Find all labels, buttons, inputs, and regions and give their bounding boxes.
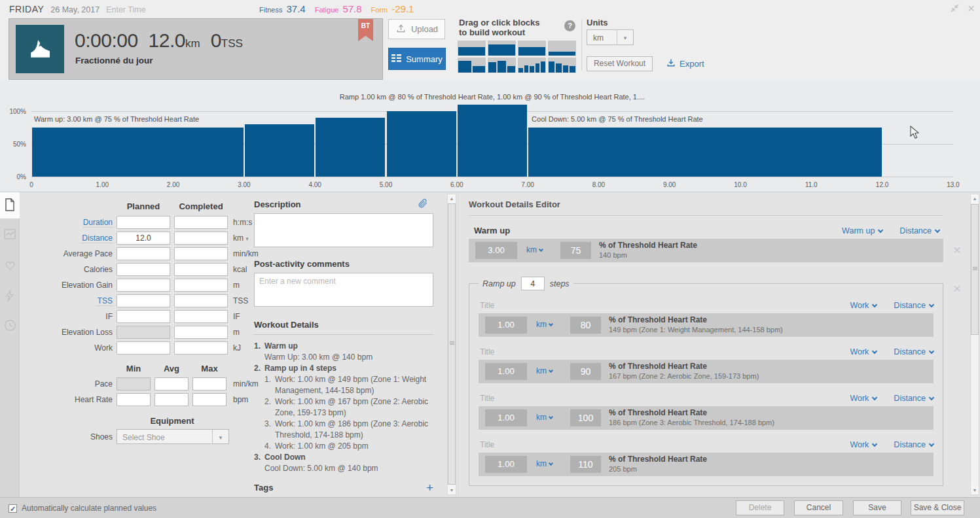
warmup-type-dropdown[interactable]: Warm up (842, 226, 882, 235)
workout-segment-bar[interactable] (458, 105, 527, 177)
workout-segment-bar[interactable] (528, 128, 882, 177)
upload-button[interactable]: Upload (388, 19, 445, 39)
auto-calculate-checkbox[interactable]: ✓ (9, 504, 17, 513)
workout-block-template[interactable] (518, 41, 546, 56)
distance-completed-input[interactable] (174, 232, 228, 245)
scrollbar-thumb[interactable] (971, 204, 979, 335)
scroll-up-icon[interactable]: ▲ (971, 194, 979, 203)
calories-planned-input[interactable] (117, 263, 170, 276)
distance-planned-input[interactable] (117, 232, 170, 245)
units-select[interactable]: km ▾ (587, 29, 634, 45)
step-intensity-input[interactable]: 90 (570, 363, 601, 380)
warmup-intensity-input[interactable]: 75 (560, 242, 591, 259)
step-intensity-input[interactable]: 110 (570, 456, 601, 473)
workout-title[interactable]: Fractionné du jour (75, 56, 153, 65)
cancel-button[interactable]: Cancel (794, 500, 843, 515)
step-title-input[interactable]: Title (480, 440, 494, 449)
scrollbar-thumb[interactable] (448, 203, 456, 485)
description-input[interactable] (254, 213, 433, 247)
save-button[interactable]: Save (853, 500, 901, 515)
warmup-value-input[interactable]: 3.00 (475, 242, 517, 259)
duration-completed-input[interactable] (174, 216, 228, 229)
calories-completed-input[interactable] (174, 263, 228, 276)
workout-block-template[interactable] (488, 41, 516, 56)
elevation-gain-planned-input[interactable] (117, 279, 170, 292)
step-title-input[interactable]: Title (480, 301, 494, 310)
close-icon[interactable]: × (968, 4, 975, 13)
tss-planned-input[interactable] (117, 294, 170, 307)
workout-block-template[interactable] (548, 41, 576, 56)
heart-rate-max-input[interactable] (192, 393, 227, 406)
heart-rate-avg-input[interactable] (154, 393, 189, 406)
workout-block-template[interactable] (548, 58, 576, 73)
tss-completed-input[interactable] (174, 294, 228, 307)
elevation-loss-completed-input[interactable] (174, 326, 228, 339)
step-type-dropdown[interactable]: Work (850, 347, 877, 356)
help-icon[interactable]: ? (564, 20, 575, 31)
delete-button[interactable]: Delete (736, 500, 784, 515)
average-pace-completed-input[interactable] (174, 247, 228, 260)
pace-avg-input[interactable] (154, 377, 189, 390)
attachment-icon[interactable] (417, 198, 428, 211)
ramp-steps-input[interactable] (521, 277, 545, 290)
step-intensity-input[interactable]: 100 (570, 409, 601, 426)
tab-heart-rate[interactable] (4, 259, 16, 271)
step-unit-dropdown[interactable]: km (536, 366, 553, 375)
save-close-button[interactable]: Save & Close (911, 500, 964, 515)
workout-block-template[interactable] (458, 41, 486, 56)
duration-label[interactable]: Duration (20, 218, 113, 227)
scroll-up-icon[interactable]: ▲ (448, 194, 456, 203)
workout-segment-bar[interactable] (245, 124, 314, 177)
step-value-input[interactable]: 1.00 (485, 456, 527, 473)
average-pace-planned-input[interactable] (117, 247, 170, 260)
workout-block-template[interactable] (488, 58, 516, 73)
reset-workout-button[interactable]: Reset Workout (587, 56, 653, 71)
heart-rate-min-input[interactable] (117, 393, 151, 406)
step-mode-dropdown[interactable]: Distance (894, 301, 934, 310)
tab-summary-page[interactable] (0, 192, 20, 218)
duration-planned-input[interactable] (117, 216, 170, 229)
editor-panel-scrollbar[interactable]: ▲ ▼ (970, 194, 979, 495)
if-planned-input[interactable] (117, 310, 170, 323)
workout-segment-bar[interactable] (316, 118, 385, 177)
step-unit-dropdown[interactable]: km (536, 320, 553, 329)
step-title-input[interactable]: Title (480, 394, 494, 403)
step-mode-dropdown[interactable]: Distance (894, 347, 934, 356)
work-completed-input[interactable] (174, 341, 228, 354)
step-unit-dropdown[interactable]: km (536, 413, 553, 422)
step-type-dropdown[interactable]: Work (850, 394, 877, 403)
work-planned-input[interactable] (117, 341, 170, 354)
tss-label[interactable]: TSS (20, 296, 113, 305)
middle-panel-scrollbar[interactable]: ▲ ▼ (447, 194, 456, 495)
enter-time-link[interactable]: Enter Time (106, 5, 145, 14)
workout-segment-bar[interactable] (387, 111, 456, 177)
export-button[interactable]: Export (666, 58, 704, 70)
collapse-icon[interactable] (950, 3, 960, 13)
step-title-input[interactable]: Title (480, 347, 494, 356)
step-type-dropdown[interactable]: Work (850, 440, 877, 449)
step-intensity-input[interactable]: 80 (570, 317, 601, 334)
step-type-dropdown[interactable]: Work (850, 301, 877, 310)
warmup-unit-dropdown[interactable]: km (526, 245, 543, 254)
scroll-down-icon[interactable]: ▼ (448, 486, 456, 494)
tab-charts[interactable] (4, 229, 16, 241)
step-value-input[interactable]: 1.00 (485, 409, 527, 426)
shoe-select[interactable]: Select Shoe ▾ (117, 429, 229, 444)
step-mode-dropdown[interactable]: Distance (894, 440, 934, 449)
comment-input[interactable] (254, 273, 433, 307)
remove-warmup-icon[interactable]: × (953, 243, 961, 256)
tab-time[interactable] (4, 319, 16, 331)
remove-ramp-icon[interactable]: × (953, 281, 961, 296)
summary-button[interactable]: Summary (388, 48, 446, 70)
distance-label[interactable]: Distance (20, 233, 113, 243)
step-unit-dropdown[interactable]: km (536, 459, 553, 468)
step-value-input[interactable]: 1.00 (485, 363, 527, 380)
scroll-down-icon[interactable]: ▼ (971, 486, 979, 494)
workout-block-template[interactable] (458, 58, 486, 73)
workout-block-template[interactable] (518, 58, 546, 73)
add-tag-icon[interactable]: + (426, 483, 433, 492)
tab-power[interactable] (4, 289, 16, 301)
elevation-gain-completed-input[interactable] (174, 279, 228, 292)
if-completed-input[interactable] (174, 310, 228, 323)
workout-segment-bar[interactable] (32, 128, 244, 177)
